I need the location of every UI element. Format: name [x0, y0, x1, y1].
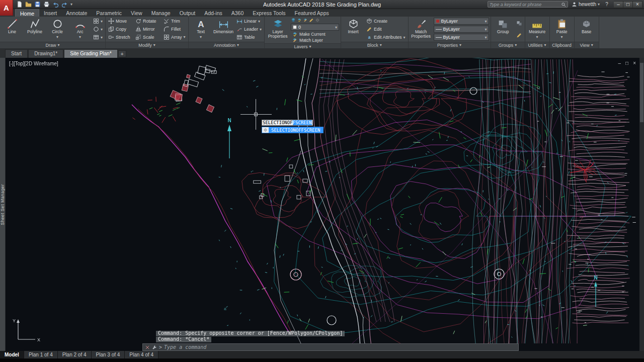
layout-tab-plan1[interactable]: Plan 1 of 4 [24, 351, 58, 358]
ribbon-tab-parametric[interactable]: Parametric [92, 9, 126, 17]
open-icon[interactable] [25, 1, 32, 8]
ribbon-tab-a360[interactable]: A360 [227, 9, 249, 17]
match-layer-button[interactable]: Match Layer [291, 37, 339, 43]
fillet-button[interactable]: Fillet [163, 25, 187, 33]
redo-icon[interactable] [61, 1, 68, 8]
file-tab-start[interactable]: Start [5, 49, 28, 58]
plot-icon[interactable] [43, 1, 50, 8]
panel-label-groups[interactable]: Groups▾ [491, 42, 525, 48]
layer-state-icon[interactable] [291, 18, 296, 23]
dimension-button[interactable]: Dimension [213, 17, 234, 41]
save-icon[interactable] [34, 1, 41, 8]
match-properties-button[interactable]: Match Properties [410, 17, 432, 41]
file-tab-drawing1[interactable]: Drawing1* [28, 49, 63, 58]
array-button[interactable]: Array▾ [163, 33, 187, 41]
undo-icon[interactable] [52, 1, 59, 8]
layer-properties-button[interactable]: Layer Properties [266, 17, 289, 43]
ribbon-tab-output[interactable]: Output [175, 9, 200, 17]
linetype-dropdown[interactable]: ByLayer ▾ [434, 34, 489, 41]
make-current-button[interactable]: Make Current [291, 31, 339, 37]
qat-customize-caret-icon[interactable]: ▾ [70, 2, 72, 7]
viewport-controls[interactable]: [-][Top][2D Wireframe] [9, 61, 58, 66]
hatch-tool-button[interactable]: ▾ [92, 34, 104, 41]
layout-tab-plan3[interactable]: Plan 3 of 4 [92, 351, 125, 358]
ribbon-tab-manage[interactable]: Manage [147, 9, 175, 17]
line-button[interactable]: Line [2, 17, 23, 41]
rotate-button[interactable]: Rotate [134, 17, 163, 25]
linear-button[interactable]: Linear▾ [235, 18, 263, 25]
layout-tab-plan2[interactable]: Plan 2 of 4 [58, 351, 92, 358]
panel-label-utilities[interactable]: Utilities▾ [525, 42, 549, 48]
leader-button[interactable]: Leader▾ [235, 26, 263, 33]
new-drawing-icon[interactable] [16, 1, 23, 8]
sheet-set-manager-tab[interactable]: Sheet Set Manager [0, 58, 6, 351]
layer-dropdown[interactable]: 0 ▾ [291, 24, 339, 31]
insert-block-button[interactable]: Insert [343, 17, 364, 41]
doc-minimize-button[interactable]: – [618, 60, 621, 66]
group-button[interactable]: Group [493, 17, 514, 41]
edit-block-button[interactable]: Edit [365, 26, 407, 33]
search-input[interactable] [490, 2, 559, 7]
close-command-icon[interactable] [145, 345, 150, 350]
application-menu-button[interactable]: A [0, 0, 13, 16]
customize-wrench-icon[interactable] [152, 345, 157, 350]
minimize-button[interactable]: – [614, 1, 623, 8]
ribbon-tab-insert[interactable]: Insert [39, 9, 61, 17]
panel-label-properties[interactable]: Properties▾ [409, 42, 491, 48]
layer-isolate-icon[interactable] [297, 18, 302, 23]
group-edit-button[interactable] [515, 32, 523, 39]
ellipse-tool-button[interactable]: ▾ [92, 26, 104, 33]
file-tab-site-grading-plan[interactable]: Site Grading Plan* [64, 49, 117, 58]
create-block-button[interactable]: Create [365, 18, 407, 25]
ribbon-tab-annotate[interactable]: Annotate [61, 9, 92, 17]
doc-close-button[interactable]: × [633, 60, 636, 66]
doc-restore-button[interactable]: □ [625, 60, 628, 66]
scale-button[interactable]: Scale [134, 33, 163, 41]
layout-tab-plan4[interactable]: Plan 4 of 4 [125, 351, 158, 358]
trim-button[interactable]: Trim [163, 17, 187, 25]
base-view-button[interactable]: Base [576, 17, 597, 41]
model-tab[interactable]: Model [0, 351, 24, 358]
ribbon-tab-express-tools[interactable]: Express Tools [248, 9, 290, 17]
close-button[interactable]: × [633, 1, 642, 8]
edit-attributes-button[interactable]: Edit Attributes▾ [365, 34, 407, 41]
panel-label-draw[interactable]: Draw▾ [0, 42, 105, 48]
mirror-button[interactable]: Mirror [134, 25, 163, 33]
drawing-canvas[interactable] [6, 58, 644, 351]
layer-settings-icon[interactable] [315, 18, 320, 23]
panel-label-modify[interactable]: Modify▾ [106, 42, 188, 48]
layer-lock-icon[interactable] [309, 18, 314, 23]
measure-button[interactable]: Measure ▾ [527, 17, 548, 41]
text-button[interactable]: Text ▾ [190, 17, 211, 41]
polyline-button[interactable]: Polyline [24, 17, 45, 41]
search-icon[interactable] [561, 2, 566, 7]
ungroup-button[interactable] [515, 20, 523, 27]
move-button[interactable]: Move [107, 17, 134, 25]
layer-freeze-icon[interactable] [303, 18, 308, 23]
stretch-button[interactable]: Stretch [107, 33, 134, 41]
copy-button[interactable]: Copy [107, 25, 134, 33]
command-input[interactable] [164, 344, 516, 350]
scrollbar-thumb[interactable] [640, 63, 643, 122]
panel-label-clipboard[interactable]: Clipboard [550, 42, 574, 48]
autocomplete-suggestion[interactable]: SELECTIONOFFSCREEN [262, 127, 324, 133]
panel-label-annotation[interactable]: Annotation▾ [189, 42, 264, 48]
rectangle-tool-button[interactable]: ▾ [92, 18, 104, 25]
arc-button[interactable]: Arc ▾ [69, 17, 91, 41]
signin-control[interactable]: hewetth ▾ [572, 2, 600, 7]
ribbon-tab-view[interactable]: View [126, 9, 147, 17]
help-button[interactable]: ? [603, 2, 610, 7]
panel-label-view[interactable]: View▾ [575, 42, 599, 48]
object-color-dropdown[interactable]: ByLayer ▾ [434, 18, 489, 25]
maximize-button[interactable]: □ [623, 1, 633, 8]
circle-button[interactable]: Circle ▾ [47, 17, 68, 41]
ribbon-tab-addins[interactable]: Add-ins [200, 9, 227, 17]
panel-label-block[interactable]: Block▾ [341, 42, 408, 48]
ribbon-tab-featured-apps[interactable]: Featured Apps [290, 9, 333, 17]
table-button[interactable]: Table [235, 34, 263, 41]
new-drawing-tab-button[interactable]: + [118, 50, 126, 57]
vertical-scrollbar[interactable] [639, 58, 644, 351]
paste-button[interactable]: Paste ▾ [551, 17, 573, 41]
lineweight-dropdown[interactable]: ByLayer ▾ [434, 26, 489, 33]
ribbon-tab-home[interactable]: Home [15, 9, 39, 17]
